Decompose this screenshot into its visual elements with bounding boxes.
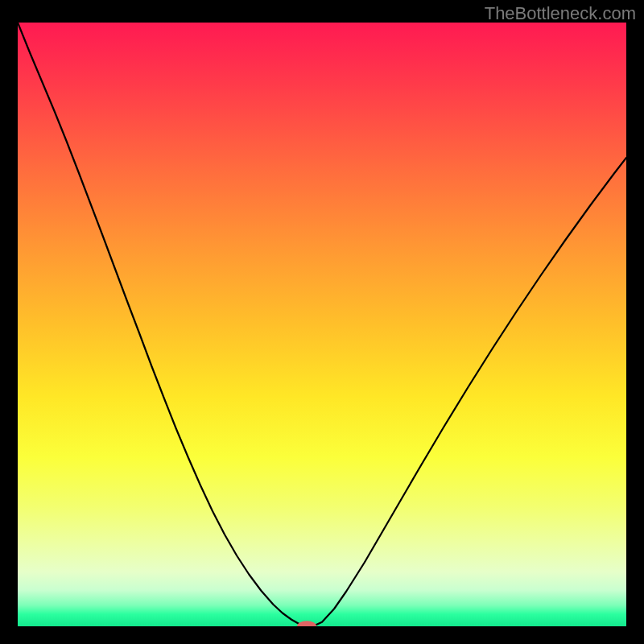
bottleneck-curve bbox=[18, 23, 626, 626]
chart-frame: TheBottleneck.com bbox=[0, 0, 644, 644]
plot-area bbox=[18, 23, 626, 626]
chart-svg bbox=[18, 23, 626, 626]
optimum-marker bbox=[297, 621, 316, 626]
watermark-text: TheBottleneck.com bbox=[485, 3, 636, 24]
